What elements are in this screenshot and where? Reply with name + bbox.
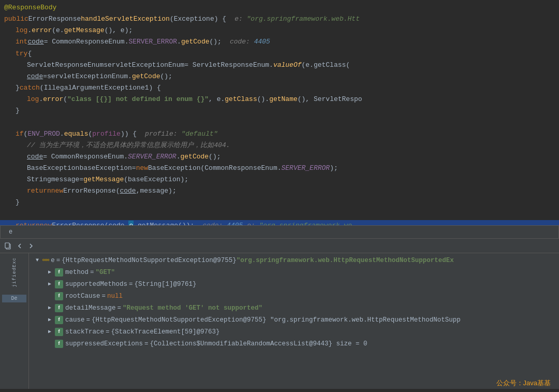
code-line: String message = getMessage ( baseExcept… bbox=[0, 174, 559, 185]
sidebar-item[interactable]: De bbox=[2, 295, 26, 302]
field-icon: f bbox=[55, 268, 63, 277]
punctuation: , e. bbox=[209, 94, 225, 105]
tree-row-stacktrace[interactable]: ▶ f stackTrace = {StackTraceElement[59]@… bbox=[29, 326, 559, 338]
var-code: code bbox=[27, 37, 43, 47]
field-icon: f bbox=[55, 328, 63, 336]
param-var: e bbox=[210, 14, 214, 24]
code-line: BaseException baseException = new BaseEx… bbox=[0, 163, 559, 174]
punctuation: ( bbox=[88, 129, 92, 139]
brace: } bbox=[16, 106, 20, 116]
debug-tree[interactable]: ▼ ∞∞ e = {HttpRequestMethodNotSupportedE… bbox=[29, 253, 559, 389]
tree-equals: = bbox=[86, 315, 91, 325]
field-icon: f bbox=[55, 340, 63, 348]
punctuation: ( bbox=[40, 83, 44, 93]
watermark: 公众号：Java基基 bbox=[496, 379, 551, 388]
annotation-text: @ResponseBody bbox=[4, 3, 56, 13]
tree-row-supported[interactable]: ▶ f supportedMethods = {String[1]@9761} bbox=[29, 278, 559, 290]
tree-row-detail[interactable]: ▶ f detailMessage = "Request method 'GET… bbox=[29, 302, 559, 314]
method-call: getMessage bbox=[83, 175, 124, 185]
code-line: code = servletExceptionEnum . getCode ()… bbox=[0, 71, 559, 82]
type-name: String bbox=[27, 175, 51, 185]
method-name: valueOf bbox=[273, 60, 302, 70]
enum-val: SERVER_ERROR bbox=[128, 152, 176, 162]
field-icon: f bbox=[55, 292, 63, 300]
forward-icon[interactable] bbox=[27, 242, 35, 250]
oo-icon: ∞∞ bbox=[42, 256, 49, 265]
debug-panel: jifiedExc De ▼ ∞∞ e = {HttpRequestMethod… bbox=[0, 239, 559, 389]
log-var: log bbox=[16, 25, 27, 36]
brace: } bbox=[16, 83, 20, 93]
operator: = bbox=[132, 163, 136, 173]
comment-text: // 当为生产环境，不适合把具体的异常信息展示给用户，比如404. bbox=[27, 140, 230, 151]
expand-icon[interactable]: ▶ bbox=[46, 280, 54, 288]
operator: = CommonResponseEnum. bbox=[43, 152, 128, 162]
expand-icon[interactable]: ▶ bbox=[46, 304, 54, 312]
debug-toolbar bbox=[0, 239, 559, 253]
type-call: ErrorResponse(code, bbox=[52, 221, 128, 225]
tree-row-suppressed[interactable]: f suppressedExceptions = {Collections$Un… bbox=[29, 338, 559, 350]
punctuation: (), e); bbox=[105, 25, 133, 36]
code-editor: @ResponseBody public ErrorResponse handl… bbox=[0, 0, 559, 225]
type-name: IllegalArgumentException bbox=[44, 83, 141, 93]
type-name: BaseException(CommonResponseEnum. bbox=[148, 163, 281, 173]
method-call: getMessage bbox=[64, 25, 105, 36]
tree-val: "Request method 'GET' not supported" bbox=[123, 303, 262, 313]
tree-val: {Collections$UnmodifiableRandomAccessLis… bbox=[150, 339, 367, 349]
punctuation: ) { bbox=[214, 14, 226, 24]
punctuation: ); bbox=[180, 175, 188, 185]
tree-key: method bbox=[65, 267, 89, 278]
var-name: message bbox=[140, 186, 168, 196]
expand-icon[interactable]: ▶ bbox=[46, 316, 54, 324]
back-icon[interactable] bbox=[16, 242, 24, 250]
enum-value: SERVER_ERROR bbox=[128, 37, 177, 47]
method-call: getName bbox=[269, 94, 298, 105]
keyword: new bbox=[51, 186, 63, 196]
expand-icon[interactable]: ▶ bbox=[46, 328, 54, 336]
punctuation: ( bbox=[170, 14, 174, 24]
copy-icon[interactable] bbox=[4, 242, 12, 250]
tree-val-null: null bbox=[107, 291, 123, 301]
sidebar-label: jifiedExc bbox=[12, 257, 17, 287]
code-line: code = CommonResponseEnum. SERVER_ERROR … bbox=[0, 151, 559, 163]
var-code: code bbox=[27, 71, 43, 82]
tree-key: rootCause bbox=[65, 291, 100, 301]
hint-text: e: "org.springframework.web.Htt bbox=[234, 14, 360, 24]
operator: = ServletResponseEnum. bbox=[184, 60, 273, 70]
expand-icon[interactable]: ▶ bbox=[46, 268, 54, 277]
punctuation: ( bbox=[24, 129, 28, 139]
variable-popup: e bbox=[0, 225, 559, 239]
tree-key: detailMessage bbox=[65, 303, 116, 313]
field-icon: f bbox=[55, 304, 63, 312]
code-line: ServletResponseEnum servletExceptionEnum… bbox=[0, 60, 559, 71]
punctuation: ) { bbox=[149, 83, 160, 93]
code-line: } catch ( IllegalArgumentException e1 ) … bbox=[0, 82, 559, 94]
tree-row-root[interactable]: ▼ ∞∞ e = {HttpRequestMethodNotSupportedE… bbox=[29, 254, 559, 266]
dot: . bbox=[128, 71, 132, 82]
method-name: error bbox=[32, 25, 52, 36]
punctuation: (e.getClass( bbox=[302, 60, 350, 70]
type-name: Exception bbox=[174, 14, 210, 24]
operator: = CommonResponseEnum. bbox=[44, 37, 129, 47]
operator: = bbox=[79, 175, 83, 185]
punctuation: , bbox=[136, 186, 140, 196]
method-call: getCode bbox=[181, 37, 210, 47]
dot: . bbox=[27, 25, 32, 36]
tree-val: {String[1]@9761} bbox=[135, 279, 197, 289]
punctuation: ( bbox=[124, 175, 128, 185]
code-line: return new ErrorResponse( code , message… bbox=[0, 185, 559, 197]
punctuation: ( bbox=[63, 94, 67, 105]
dot: . bbox=[177, 37, 181, 47]
tree-row-cause[interactable]: ▶ f cause = {HttpRequestMethodNotSupport… bbox=[29, 314, 559, 326]
keyword: catch bbox=[20, 83, 40, 93]
code-line: log . error (e. getMessage (), e); bbox=[0, 25, 559, 36]
method-name: handleServletException bbox=[81, 14, 170, 24]
keyword: return bbox=[27, 186, 51, 196]
tree-row-rootcause[interactable]: f rootCause = null bbox=[29, 290, 559, 302]
enum-val: SERVER_ERROR bbox=[282, 163, 330, 173]
string-literal: "class [{}] not defined in enum {}" bbox=[67, 94, 209, 105]
hint-highlighted: code: 4405 e: "org.springframework.we bbox=[202, 221, 352, 225]
new-keyword: new bbox=[40, 221, 52, 225]
debug-left-sidebar: jifiedExc De bbox=[0, 253, 29, 389]
expand-icon[interactable]: ▼ bbox=[33, 256, 41, 265]
tree-row-method[interactable]: ▶ f method = "GET" bbox=[29, 266, 559, 278]
